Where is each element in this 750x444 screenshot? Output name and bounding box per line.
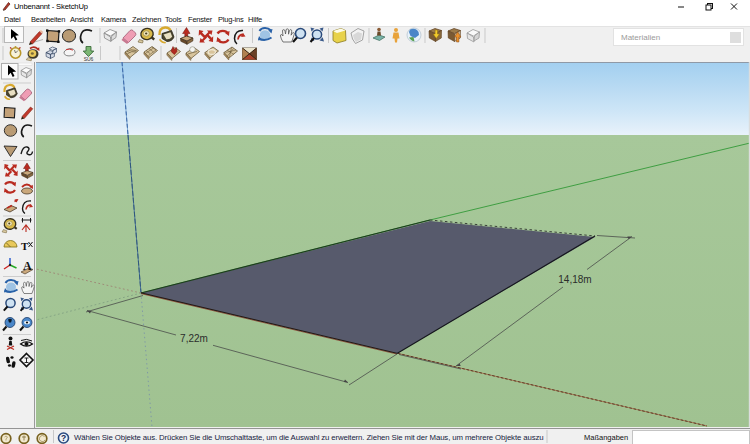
svg-text:14,18m: 14,18m	[558, 274, 591, 285]
svg-text:?: ?	[61, 433, 66, 443]
svg-text:A: A	[23, 259, 32, 273]
svg-text:T: T	[21, 240, 29, 252]
svg-text:7,22m: 7,22m	[180, 333, 208, 344]
